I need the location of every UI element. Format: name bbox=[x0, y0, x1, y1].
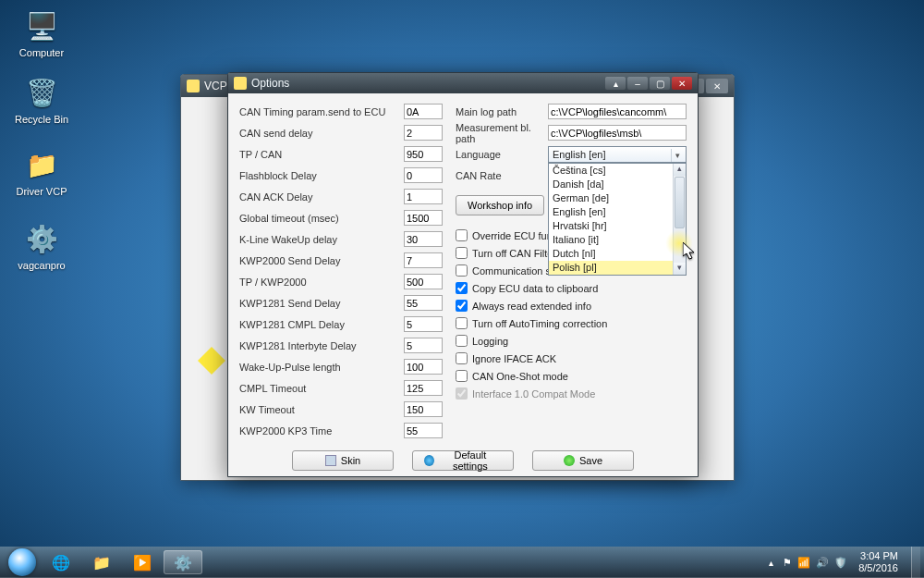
param-input[interactable] bbox=[404, 380, 443, 396]
option-check-row: Ignore IFACE ACK bbox=[456, 350, 687, 367]
default-settings-label: Default settings bbox=[439, 449, 502, 472]
skin-icon bbox=[325, 455, 336, 466]
param-input[interactable] bbox=[404, 295, 443, 311]
dropdown-scrollbar[interactable]: ▴ ▾ bbox=[673, 164, 686, 275]
scroll-thumb[interactable] bbox=[675, 177, 685, 228]
check-icon bbox=[564, 455, 575, 466]
language-option[interactable]: English [en] bbox=[549, 205, 686, 219]
minimize-button[interactable]: – bbox=[627, 77, 648, 90]
param-label: KWP1281 CMPL Delay bbox=[239, 319, 404, 330]
folder-icon: 📁 bbox=[23, 146, 60, 183]
param-label: Global timeout (msec) bbox=[239, 213, 404, 224]
start-button[interactable] bbox=[4, 547, 41, 578]
save-button[interactable]: Save bbox=[532, 450, 634, 471]
close-button[interactable]: ✕ bbox=[672, 77, 692, 90]
language-dropdown: Čeština [cs]Danish [da]German [de]Englis… bbox=[548, 163, 687, 276]
language-option[interactable]: Hrvatski [hr] bbox=[549, 219, 686, 233]
vcp-close-button[interactable]: ✕ bbox=[706, 79, 728, 93]
param-label: KWP1281 Interbyte Delay bbox=[239, 340, 404, 351]
show-desktop-button[interactable] bbox=[911, 547, 920, 578]
measurement-path-label: Measurement bl. path bbox=[456, 122, 548, 144]
workshop-info-button[interactable]: Workshop info bbox=[456, 195, 544, 215]
param-row: Wake-Up-Pulse length bbox=[239, 358, 443, 375]
language-select[interactable]: English [en] ▾ bbox=[548, 146, 687, 163]
option-checkbox[interactable] bbox=[456, 300, 468, 312]
skin-label: Skin bbox=[341, 455, 360, 466]
param-input[interactable] bbox=[404, 252, 443, 268]
measurement-path-input[interactable] bbox=[548, 125, 687, 141]
option-checkbox[interactable] bbox=[456, 264, 468, 277]
param-row: KW Timeout bbox=[239, 400, 443, 418]
desktop-icon-label: Driver VCP bbox=[9, 186, 74, 197]
option-checkbox[interactable] bbox=[456, 317, 468, 329]
param-label: Flashblock Delay bbox=[239, 170, 404, 181]
param-input[interactable] bbox=[404, 359, 443, 375]
scroll-down-button[interactable]: ▾ bbox=[674, 263, 686, 275]
language-option[interactable]: Italiano [it] bbox=[549, 233, 686, 247]
option-checkbox[interactable] bbox=[456, 335, 468, 347]
param-input[interactable] bbox=[404, 231, 443, 247]
taskbar-vcp[interactable]: ⚙️ bbox=[164, 550, 202, 574]
language-label: Language bbox=[456, 149, 548, 160]
param-input[interactable] bbox=[404, 338, 443, 353]
param-row: KWP2000 KP3 Time bbox=[239, 422, 443, 439]
language-option[interactable]: Polish [pl] bbox=[549, 261, 686, 275]
language-option[interactable]: Danish [da] bbox=[549, 178, 686, 191]
option-checkbox[interactable] bbox=[456, 370, 468, 382]
param-input[interactable] bbox=[404, 104, 443, 119]
save-label: Save bbox=[579, 455, 602, 466]
param-row: K-Line WakeUp delay bbox=[239, 230, 443, 248]
param-label: KW Timeout bbox=[239, 404, 404, 415]
option-check-label: Interface 1.0 Compat Mode bbox=[472, 388, 595, 400]
desktop-icon-label: Recycle Bin bbox=[9, 114, 74, 125]
param-label: K-Line WakeUp delay bbox=[239, 234, 404, 245]
param-input[interactable] bbox=[404, 189, 443, 204]
tray-volume-icon[interactable]: 🔊 bbox=[816, 557, 829, 569]
app-icon bbox=[234, 77, 247, 90]
taskbar-mediaplayer[interactable]: ▶️ bbox=[123, 550, 162, 574]
option-check-label: Ignore IFACE ACK bbox=[472, 353, 556, 364]
option-checkbox[interactable] bbox=[456, 229, 468, 241]
param-row: KWP1281 CMPL Delay bbox=[239, 315, 443, 333]
scroll-up-button[interactable]: ▴ bbox=[674, 164, 686, 176]
desktop-icon-drivervcp[interactable]: 📁 Driver VCP bbox=[9, 146, 74, 197]
skin-button[interactable]: Skin bbox=[292, 450, 394, 471]
option-check-row: CAN One-Shot mode bbox=[456, 367, 687, 385]
tray-security-icon[interactable]: 🛡️ bbox=[834, 557, 847, 569]
option-check-row: Interface 1.0 Compat Mode bbox=[456, 385, 687, 402]
param-label: Wake-Up-Pulse length bbox=[239, 362, 404, 373]
param-input[interactable] bbox=[404, 167, 443, 183]
param-input[interactable] bbox=[404, 401, 443, 417]
tray-clock[interactable]: 3:04 PM 8/5/2016 bbox=[853, 550, 904, 574]
language-option[interactable]: Dutch [nl] bbox=[549, 247, 686, 261]
param-input[interactable] bbox=[404, 146, 443, 162]
desktop-icon-recycle[interactable]: 🗑️ Recycle Bin bbox=[9, 74, 74, 125]
timing-parameters-column: CAN Timing param.send to ECUCAN send del… bbox=[239, 103, 443, 439]
param-input[interactable] bbox=[404, 423, 443, 438]
option-checkbox[interactable] bbox=[456, 247, 468, 259]
language-option[interactable]: German [de] bbox=[549, 191, 686, 205]
tray-time: 3:04 PM bbox=[858, 550, 898, 562]
tray-show-hidden-icons[interactable]: ▴ bbox=[765, 556, 777, 570]
options-titlebar[interactable]: Options ▴ – ▢ ✕ bbox=[228, 73, 698, 93]
default-settings-button[interactable]: Default settings bbox=[412, 450, 514, 471]
option-checkbox[interactable] bbox=[456, 352, 468, 364]
refresh-icon bbox=[424, 455, 434, 466]
taskbar-explorer[interactable]: 📁 bbox=[82, 550, 121, 574]
taskbar-ie[interactable]: 🌐 bbox=[42, 550, 80, 574]
tray-network-icon[interactable]: 📶 bbox=[797, 557, 810, 569]
option-checkbox[interactable] bbox=[456, 282, 468, 294]
param-input[interactable] bbox=[404, 210, 443, 226]
tray-flag-icon[interactable]: ⚑ bbox=[783, 557, 792, 569]
param-input[interactable] bbox=[404, 316, 443, 332]
main-log-path-input[interactable] bbox=[548, 104, 687, 119]
chevron-down-icon: ▾ bbox=[671, 149, 684, 162]
language-option[interactable]: Čeština [cs] bbox=[549, 164, 686, 178]
maximize-button[interactable]: ▢ bbox=[650, 77, 670, 90]
param-row: KWP1281 Interbyte Delay bbox=[239, 337, 443, 354]
param-input[interactable] bbox=[404, 125, 443, 141]
help-button[interactable]: ▴ bbox=[605, 77, 626, 90]
param-input[interactable] bbox=[404, 274, 443, 289]
desktop-icon-computer[interactable]: 🖥️ Computer bbox=[9, 7, 74, 58]
desktop-icon-vagcanpro[interactable]: ⚙️ vagcanpro bbox=[9, 220, 74, 271]
